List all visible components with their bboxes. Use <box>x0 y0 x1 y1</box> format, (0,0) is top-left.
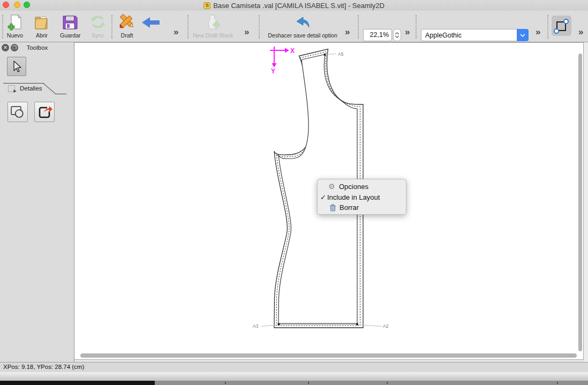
new-document-icon <box>6 13 24 31</box>
menu-item-label: Borrar <box>340 203 359 212</box>
menu-item-label: Opciones <box>339 183 368 191</box>
toolbar: Nuevo Abrir <box>0 11 588 42</box>
new-button-label: Nuevo <box>7 32 23 39</box>
axis-x-label: X <box>290 47 295 55</box>
point-label-a2[interactable]: A2 <box>383 323 389 329</box>
save-floppy-icon <box>62 13 79 31</box>
details-tab-border-diagonal <box>43 83 55 94</box>
save-button[interactable]: Guardar <box>60 13 81 39</box>
desktop-mark <box>225 382 226 384</box>
label-leader-line <box>327 54 336 55</box>
toolbar-overflow-chevron[interactable]: » <box>578 27 582 37</box>
font-combobox[interactable]: AppleGothic <box>421 29 529 41</box>
details-tab-border <box>3 83 44 84</box>
menu-item-include-in-layout[interactable]: ✓ Include in Layout <box>318 192 406 203</box>
zoom-spinbox: 22,1% <box>363 29 401 41</box>
toolbox-title: Toolbox <box>0 42 74 54</box>
toolbar-grip[interactable] <box>111 15 113 39</box>
union-details-tool-button[interactable] <box>7 102 28 122</box>
menu-item-label: Include in Layout <box>327 193 380 201</box>
context-menu: ⚙ Opciones ✓ Include in Layout <box>317 179 406 215</box>
details-tab-icon: ➤ <box>8 85 15 92</box>
window-title-wrap: S Base Camiseta .val [CAMILA ISABEL S.vi… <box>0 0 588 11</box>
undo-arrow-icon <box>295 13 311 31</box>
window-title: Base Camiseta .val [CAMILA ISABEL S.vit]… <box>213 2 385 10</box>
toolbar-overflow-chevron[interactable]: » <box>174 27 177 37</box>
toolbox-sidebar: ✕ ❐ Toolbox ➤ Detalles <box>0 42 74 362</box>
desktop-mark <box>557 382 558 384</box>
chevron-down-icon <box>520 34 525 37</box>
zoom-stepper[interactable] <box>393 29 401 41</box>
cursor-position-readout: XPos: 9.18, YPos: 28.74 (cm) <box>3 364 84 370</box>
toolbar-overflow-chevron[interactable]: » <box>405 27 409 37</box>
undo-button-label: Deshacer save detail option <box>268 32 337 39</box>
font-combobox-value: AppleGothic <box>421 32 517 39</box>
toolbar-grip[interactable] <box>416 15 417 39</box>
checkmark-icon: ✓ <box>320 193 326 201</box>
draft-mode-button[interactable]: Draft <box>117 13 137 39</box>
horizontal-scrollbar[interactable] <box>80 353 577 358</box>
point-a2[interactable] <box>356 323 358 326</box>
trash-icon <box>329 204 336 213</box>
vertical-scrollbar[interactable] <box>578 54 582 351</box>
main-area: ✕ ❐ Toolbox ➤ Detalles <box>0 42 588 362</box>
window-bottom-edge <box>0 372 588 381</box>
open-button[interactable]: Abrir <box>33 13 50 39</box>
sync-button[interactable]: Sync <box>89 13 107 39</box>
origin-axis <box>270 47 289 67</box>
toolbar-grip[interactable] <box>547 15 549 39</box>
seamly2d-app-icon: S <box>203 2 210 9</box>
toolbar-grip[interactable] <box>358 15 359 39</box>
new-button[interactable]: Nuevo <box>6 13 24 39</box>
save-button-label: Guardar <box>60 32 81 39</box>
open-folder-icon <box>33 13 50 31</box>
tab-detalles[interactable]: Detalles <box>20 85 42 92</box>
app-window: S Base Camiseta .val [CAMILA ISABEL S.vi… <box>0 0 588 385</box>
point-a5[interactable] <box>324 54 326 56</box>
status-bar: XPos: 9.18, YPos: 28.74 (cm) <box>0 362 588 372</box>
move-tool-button[interactable] <box>552 16 571 36</box>
title-bar: S Base Camiseta .val [CAMILA ISABEL S.vi… <box>0 0 588 11</box>
stepper-up-icon <box>395 32 399 35</box>
blue-left-arrow-icon <box>140 13 162 31</box>
menu-item-borrar[interactable]: Borrar <box>318 202 406 213</box>
new-draft-block-button[interactable]: New Draft Block <box>193 13 233 39</box>
draft-button-label: Draft <box>121 32 133 39</box>
crossed-pencils-icon <box>117 13 137 31</box>
export-details-tool-button[interactable] <box>34 102 55 122</box>
move-resize-tool-icon <box>553 17 570 34</box>
point-a3[interactable] <box>278 323 280 326</box>
desktop-dark-region <box>0 381 155 385</box>
menu-item-opciones[interactable]: ⚙ Opciones <box>318 182 406 192</box>
desktop-strip <box>0 381 588 385</box>
undo-button[interactable]: Deshacer save detail option <box>263 13 342 39</box>
new-draft-block-label: New Draft Block <box>193 32 233 39</box>
new-draft-block-icon <box>201 13 225 31</box>
desktop-mark <box>308 382 309 384</box>
toolbar-overflow-chevron[interactable]: » <box>244 27 248 37</box>
draft-canvas[interactable]: X Y A5 A3 A2 <box>74 42 584 360</box>
export-arrow-icon <box>36 104 52 119</box>
window-right-margin <box>584 42 588 362</box>
stepper-down-icon <box>395 35 399 38</box>
union-shape-icon <box>10 105 26 119</box>
cursor-arrow-icon <box>10 60 23 73</box>
back-arrow-button[interactable] <box>140 13 162 31</box>
toolbar-grip[interactable] <box>259 15 260 39</box>
open-button-label: Abrir <box>36 32 48 39</box>
point-label-a5[interactable]: A5 <box>338 51 344 57</box>
toolbar-overflow-chevron[interactable]: » <box>345 27 349 37</box>
axis-y-label: Y <box>271 67 275 75</box>
toolbar-grip[interactable] <box>2 15 4 39</box>
point-label-a3[interactable]: A3 <box>253 323 259 329</box>
details-tab-border-extension <box>55 94 66 94</box>
toolbar-overflow-chevron[interactable]: » <box>536 27 539 37</box>
sync-button-label: Sync <box>92 32 104 39</box>
combobox-dropdown-button[interactable] <box>517 29 529 41</box>
toolbox-header: ✕ ❐ Toolbox <box>0 42 74 54</box>
select-tool-button[interactable] <box>7 57 26 76</box>
gear-icon: ⚙ <box>328 182 335 191</box>
sync-icon <box>89 13 107 31</box>
zoom-input[interactable]: 22,1% <box>363 29 392 41</box>
toolbar-grip[interactable] <box>187 15 189 39</box>
